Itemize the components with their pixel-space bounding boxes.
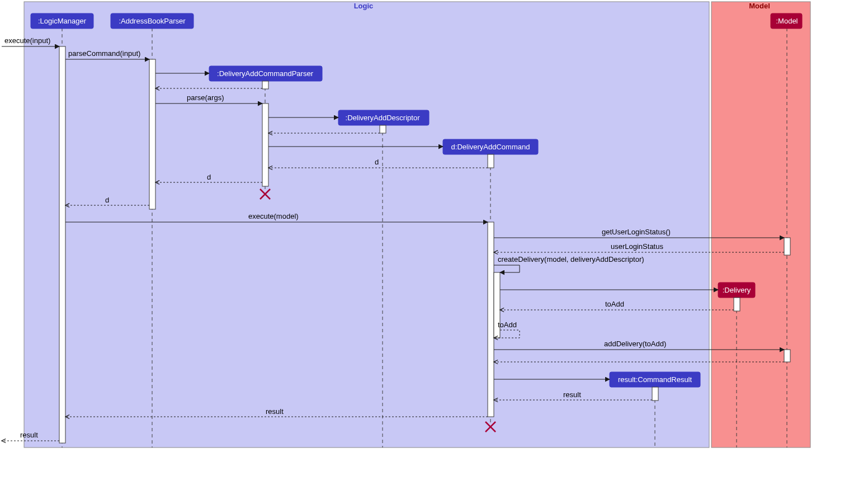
participant-commandresult-label: result:CommandResult	[618, 375, 692, 384]
package-logic-bg	[24, 2, 709, 448]
msg-createdelivery-label: createDelivery(model, deliveryAddDescrip…	[498, 255, 644, 263]
participant-model-label: :Model	[776, 17, 798, 25]
activation-dacp-2	[262, 103, 268, 186]
msg-execute-input-label: execute(input)	[4, 36, 50, 45]
msg-return-d2-label: d	[207, 173, 211, 181]
package-logic-label: Logic	[354, 2, 374, 10]
participant-addressbookparser-label: :AddressBookParser	[119, 17, 186, 25]
activation-model-2	[784, 350, 790, 362]
msg-result1-label: result	[563, 390, 581, 399]
participant-deliveryaddcommandparser-label: :DeliveryAddCommandParser	[217, 69, 314, 78]
activation-dac-1	[488, 154, 494, 168]
msg-return-d3-label: d	[105, 196, 109, 204]
participant-deliveryadddescriptor-label: :DeliveryAddDescriptor	[346, 114, 421, 122]
msg-execute-model-label: execute(model)	[248, 212, 299, 220]
msg-return-d1-label: d	[375, 158, 379, 166]
package-model-label: Model	[749, 2, 770, 10]
msg-toadd2-label: toAdd	[498, 321, 517, 329]
msg-getuserloginstatus-label: getUserLoginStatus()	[602, 228, 671, 236]
activation-dacp-1	[262, 81, 268, 89]
participant-deliveryaddcommand-label: d:DeliveryAddCommand	[451, 143, 530, 151]
msg-userloginstatus-label: userLoginStatus	[611, 242, 663, 251]
activation-addressbookparser	[149, 59, 155, 209]
participant-logicmanager-label: :LogicManager	[38, 17, 87, 25]
package-model-bg	[711, 2, 810, 448]
msg-result2-label: result	[266, 407, 284, 416]
msg-adddelivery-label: addDelivery(toAdd)	[604, 340, 666, 348]
activation-dac-2	[488, 222, 494, 417]
participant-delivery-label: :Delivery	[723, 286, 751, 294]
activation-logicmanager	[59, 46, 65, 443]
msg-toadd1-label: toAdd	[605, 300, 624, 308]
msg-result-out-label: result	[20, 431, 38, 439]
activation-commandresult	[652, 387, 658, 401]
activation-dad	[380, 125, 386, 133]
msg-parse-args-label: parse(args)	[187, 93, 224, 102]
activation-delivery	[734, 298, 740, 311]
activation-model-1	[784, 238, 790, 255]
msg-parsecommand-label: parseCommand(input)	[68, 49, 140, 58]
